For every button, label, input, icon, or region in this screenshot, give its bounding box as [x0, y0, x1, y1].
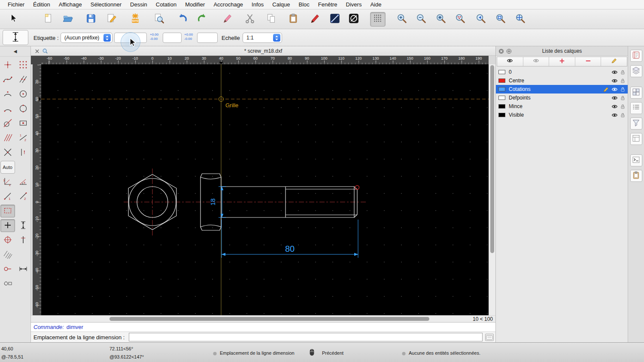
view-list-toggle-button[interactable] — [630, 102, 642, 114]
snap-circle-point-button[interactable] — [16, 103, 30, 115]
menu-selectionner[interactable]: Sélectionner — [86, 1, 126, 8]
layer-visibility-icon[interactable] — [611, 112, 618, 118]
print-preview-button[interactable] — [151, 12, 167, 27]
layer-panel-toggle-button[interactable] — [630, 65, 642, 77]
layer-lock-icon[interactable] — [620, 78, 626, 84]
snap-endpoint-button[interactable] — [0, 73, 15, 86]
menu-aide[interactable]: Aide — [366, 1, 386, 8]
snap-cross-button[interactable] — [0, 146, 15, 159]
export-svg-button[interactable]: SVG — [128, 12, 143, 27]
undo-button[interactable] — [175, 12, 190, 27]
snap-rectangle-button[interactable] — [16, 117, 30, 130]
menu-accrochage[interactable]: Accrochage — [209, 1, 247, 8]
zoom-points-button[interactable] — [453, 12, 468, 27]
zoom-pan-button[interactable] — [513, 12, 528, 27]
menu-divers[interactable]: Divers — [342, 1, 366, 8]
selection-filter-toggle-button[interactable] — [630, 118, 642, 130]
layer-edit-icon[interactable] — [603, 86, 609, 93]
dim-second-button[interactable]: 2 — [16, 190, 30, 203]
save-file-button[interactable] — [83, 12, 99, 27]
menu-dessin[interactable]: Dessin — [126, 1, 152, 8]
redo-button[interactable] — [194, 12, 210, 27]
menu-bloc[interactable]: Bloc — [294, 1, 313, 8]
horizontal-scrollbar-thumb[interactable] — [109, 317, 429, 321]
vertical-scrollbar-thumb[interactable] — [490, 65, 494, 253]
zoom-previous-button[interactable] — [473, 12, 489, 27]
auto-button[interactable]: Auto — [0, 161, 15, 174]
snap-circle-cross-button[interactable] — [0, 234, 15, 247]
clipboard-panel-toggle-button[interactable] — [630, 170, 642, 182]
cut-button[interactable] — [242, 12, 258, 27]
property-editor-toggle-button[interactable] — [630, 133, 642, 145]
menu-edition[interactable]: Édition — [29, 1, 55, 8]
layer-lock-icon[interactable] — [620, 112, 626, 118]
snap-on-entity-button[interactable] — [16, 73, 30, 86]
tolerance-lower-input[interactable] — [197, 33, 218, 43]
snap-exclusive-button[interactable]: ! — [16, 146, 30, 159]
vertical-scrollbar[interactable] — [489, 64, 495, 315]
menu-calque[interactable]: Calque — [268, 1, 294, 8]
layer-visibility-icon[interactable] — [611, 78, 618, 84]
scale-select[interactable]: 1:1 — [243, 33, 282, 43]
prefix-select[interactable]: (Aucun préfixe) — [61, 33, 112, 43]
paste-button[interactable] — [286, 12, 301, 27]
selection-cursor-button[interactable] — [6, 12, 21, 27]
snap-plus-button[interactable] — [0, 219, 15, 232]
menu-fenetre[interactable]: Fenêtre — [314, 1, 342, 8]
command-line-panel-toggle-button[interactable] — [630, 154, 642, 166]
snap-tangent-button[interactable] — [0, 117, 15, 130]
menu-fichier[interactable]: Fichier — [3, 1, 29, 8]
snap-free-button[interactable] — [0, 59, 15, 72]
coord-polar-button[interactable]: a — [16, 175, 30, 188]
edit-layer-button[interactable] — [601, 57, 627, 66]
menu-infos[interactable]: Infos — [247, 1, 268, 8]
grid-toggle-button[interactable] — [370, 12, 386, 27]
coord-cartesian-button[interactable]: yx — [0, 175, 15, 188]
layer-row-0[interactable]: 0 — [496, 68, 628, 76]
layer-row-defpoints[interactable]: Defpoints — [496, 94, 628, 102]
snap-arc-point-button[interactable] — [0, 103, 15, 115]
panel-undock-icon[interactable] — [506, 48, 512, 56]
zoom-auto-button[interactable] — [433, 12, 449, 27]
line-attributes-button[interactable] — [327, 12, 343, 27]
hatch-lines-button[interactable] — [0, 248, 15, 261]
layer-lock-icon[interactable] — [620, 104, 626, 109]
zoom-window-button[interactable] — [493, 12, 508, 27]
panel-close-icon[interactable] — [498, 48, 504, 56]
zoom-in-button[interactable] — [394, 12, 410, 27]
copy-button[interactable] — [264, 12, 279, 27]
document-zoom-icon[interactable] — [42, 48, 48, 56]
snap-divide-button[interactable]: 12 — [16, 132, 30, 145]
tolerance-upper-input[interactable] — [163, 33, 182, 43]
dim-vertical-button[interactable] — [16, 219, 30, 232]
new-document-button[interactable] — [40, 12, 56, 27]
snap-circle-button[interactable] — [16, 88, 30, 101]
highlight-pen-button[interactable] — [219, 12, 235, 27]
selection-window-button[interactable] — [0, 205, 15, 217]
layer-visibility-icon[interactable] — [611, 69, 618, 75]
zoom-out-button[interactable] — [413, 12, 429, 27]
relative-zero-button[interactable] — [0, 263, 15, 276]
layer-row-mince[interactable]: Mince — [496, 102, 628, 111]
layer-row-visible[interactable]: Visible — [496, 111, 628, 119]
layer-visibility-icon[interactable] — [611, 103, 618, 110]
snap-grid-button[interactable] — [16, 59, 30, 72]
snap-arc-button[interactable] — [0, 88, 15, 101]
layer-visibility-icon[interactable] — [611, 95, 618, 101]
block-panel-toggle-button[interactable] — [630, 87, 642, 99]
current-tool-indicator[interactable] — [3, 30, 28, 45]
layer-lock-icon[interactable] — [620, 95, 626, 101]
layer-lock-icon[interactable] — [620, 87, 626, 92]
layer-visibility-icon[interactable] — [611, 86, 618, 93]
edit-document-button[interactable] — [104, 12, 119, 27]
layer-row-centre[interactable]: Centre — [496, 76, 628, 85]
dim-horizontal-button[interactable] — [16, 263, 30, 276]
restrict-vertical-button[interactable] — [16, 234, 30, 247]
menu-affichage[interactable]: Affichage — [55, 1, 86, 8]
collapse-panel-button[interactable]: ◀ — [0, 46, 30, 57]
remove-layer-button[interactable] — [575, 57, 601, 66]
entity-options-button[interactable] — [346, 12, 361, 27]
layer-row-cotations[interactable]: Cotations — [496, 85, 628, 94]
show-all-layers-button[interactable] — [497, 57, 523, 66]
open-file-button[interactable] — [60, 12, 76, 27]
